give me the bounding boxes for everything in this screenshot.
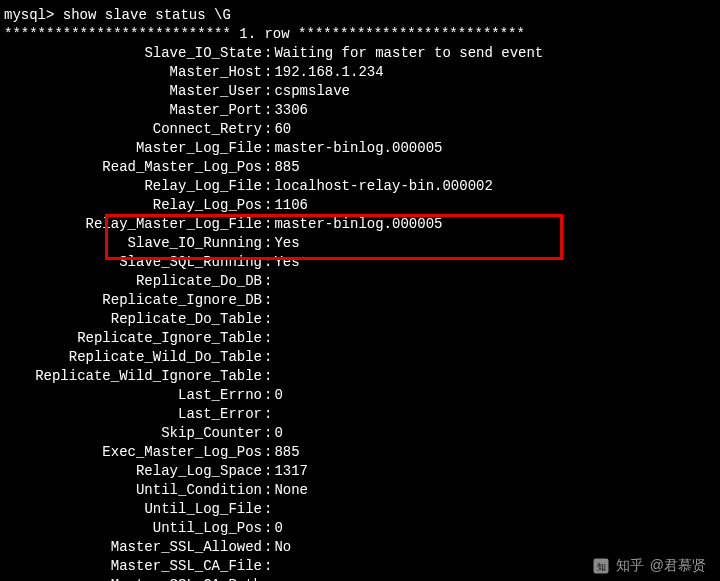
status-label: Until_Condition — [4, 481, 264, 500]
status-row: Relay_Log_Space:1317 — [4, 462, 716, 481]
status-value: Waiting for master to send event — [272, 44, 543, 63]
colon-separator: : — [264, 481, 272, 500]
status-label: Slave_IO_Running — [4, 234, 264, 253]
status-value: 3306 — [272, 101, 308, 120]
colon-separator: : — [264, 215, 272, 234]
status-row: Read_Master_Log_Pos:885 — [4, 158, 716, 177]
status-value: master-binlog.000005 — [272, 139, 442, 158]
status-label: Relay_Master_Log_File — [4, 215, 264, 234]
status-label: Relay_Log_File — [4, 177, 264, 196]
row-separator: *************************** 1. row *****… — [4, 25, 716, 44]
colon-separator: : — [264, 519, 272, 538]
status-value: Yes — [272, 253, 299, 272]
status-row: Skip_Counter:0 — [4, 424, 716, 443]
status-value — [272, 348, 274, 367]
status-label: Replicate_Wild_Ignore_Table — [4, 367, 264, 386]
status-label: Last_Error — [4, 405, 264, 424]
status-row: Master_SSL_Allowed:No — [4, 538, 716, 557]
status-row: Relay_Log_Pos:1106 — [4, 196, 716, 215]
status-label: Slave_SQL_Running — [4, 253, 264, 272]
status-row: Last_Errno:0 — [4, 386, 716, 405]
status-label: Master_Host — [4, 63, 264, 82]
status-row: Replicate_Wild_Ignore_Table: — [4, 367, 716, 386]
status-row: Last_Error: — [4, 405, 716, 424]
status-row: Connect_Retry:60 — [4, 120, 716, 139]
colon-separator: : — [264, 101, 272, 120]
colon-separator: : — [264, 310, 272, 329]
colon-separator: : — [264, 120, 272, 139]
colon-separator: : — [264, 405, 272, 424]
status-value: None — [272, 481, 308, 500]
status-row: Master_Log_File:master-binlog.000005 — [4, 139, 716, 158]
status-label: Replicate_Ignore_DB — [4, 291, 264, 310]
status-label: Skip_Counter — [4, 424, 264, 443]
status-label: Relay_Log_Pos — [4, 196, 264, 215]
status-value: master-binlog.000005 — [272, 215, 442, 234]
colon-separator: : — [264, 538, 272, 557]
status-label: Replicate_Do_Table — [4, 310, 264, 329]
status-label: Last_Errno — [4, 386, 264, 405]
status-value — [272, 291, 274, 310]
status-row: Replicate_Wild_Do_Table: — [4, 348, 716, 367]
status-value: cspmslave — [272, 82, 350, 101]
status-value — [272, 576, 274, 581]
status-row: Relay_Log_File:localhost-relay-bin.00000… — [4, 177, 716, 196]
status-value — [272, 272, 274, 291]
status-value: 1106 — [272, 196, 308, 215]
status-value: No — [272, 538, 291, 557]
zhihu-icon: 知 — [592, 557, 610, 575]
status-label: Master_Port — [4, 101, 264, 120]
status-row: Master_User:cspmslave — [4, 82, 716, 101]
status-value: 192.168.1.234 — [272, 63, 383, 82]
status-label: Until_Log_File — [4, 500, 264, 519]
status-label: Read_Master_Log_Pos — [4, 158, 264, 177]
status-row: Master_SSL_CA_Path: — [4, 576, 716, 581]
status-label: Replicate_Wild_Do_Table — [4, 348, 264, 367]
status-value: 1317 — [272, 462, 308, 481]
status-label: Slave_IO_State — [4, 44, 264, 63]
svg-text:知: 知 — [596, 561, 605, 571]
status-row: Until_Log_Pos:0 — [4, 519, 716, 538]
status-row: Master_Host:192.168.1.234 — [4, 63, 716, 82]
colon-separator: : — [264, 462, 272, 481]
colon-separator: : — [264, 139, 272, 158]
command: show slave status \G — [63, 7, 231, 23]
status-label: Master_SSL_Allowed — [4, 538, 264, 557]
colon-separator: : — [264, 500, 272, 519]
status-row: Master_Port:3306 — [4, 101, 716, 120]
colon-separator: : — [264, 158, 272, 177]
status-label: Replicate_Ignore_Table — [4, 329, 264, 348]
colon-separator: : — [264, 443, 272, 462]
colon-separator: : — [264, 234, 272, 253]
status-row: Replicate_Ignore_DB: — [4, 291, 716, 310]
colon-separator: : — [264, 576, 272, 581]
colon-separator: : — [264, 291, 272, 310]
colon-separator: : — [264, 348, 272, 367]
colon-separator: : — [264, 177, 272, 196]
status-row: Until_Condition:None — [4, 481, 716, 500]
status-row: Exec_Master_Log_Pos:885 — [4, 443, 716, 462]
colon-separator: : — [264, 44, 272, 63]
colon-separator: : — [264, 63, 272, 82]
watermark: 知 知乎 @君慕贤 — [592, 556, 706, 575]
status-value — [272, 367, 274, 386]
status-value: 885 — [272, 443, 299, 462]
colon-separator: : — [264, 557, 272, 576]
status-label: Exec_Master_Log_Pos — [4, 443, 264, 462]
colon-separator: : — [264, 367, 272, 386]
status-row: Relay_Master_Log_File:master-binlog.0000… — [4, 215, 716, 234]
status-row: Slave_IO_Running:Yes — [4, 234, 716, 253]
status-label: Until_Log_Pos — [4, 519, 264, 538]
status-row: Slave_IO_State:Waiting for master to sen… — [4, 44, 716, 63]
colon-separator: : — [264, 424, 272, 443]
status-value: localhost-relay-bin.000002 — [272, 177, 492, 196]
status-value: Yes — [272, 234, 299, 253]
status-output: Slave_IO_State:Waiting for master to sen… — [4, 44, 716, 581]
status-value: 0 — [272, 519, 282, 538]
status-value — [272, 500, 274, 519]
status-value: 885 — [272, 158, 299, 177]
status-label: Relay_Log_Space — [4, 462, 264, 481]
status-value — [272, 557, 274, 576]
status-row: Replicate_Do_DB: — [4, 272, 716, 291]
colon-separator: : — [264, 253, 272, 272]
